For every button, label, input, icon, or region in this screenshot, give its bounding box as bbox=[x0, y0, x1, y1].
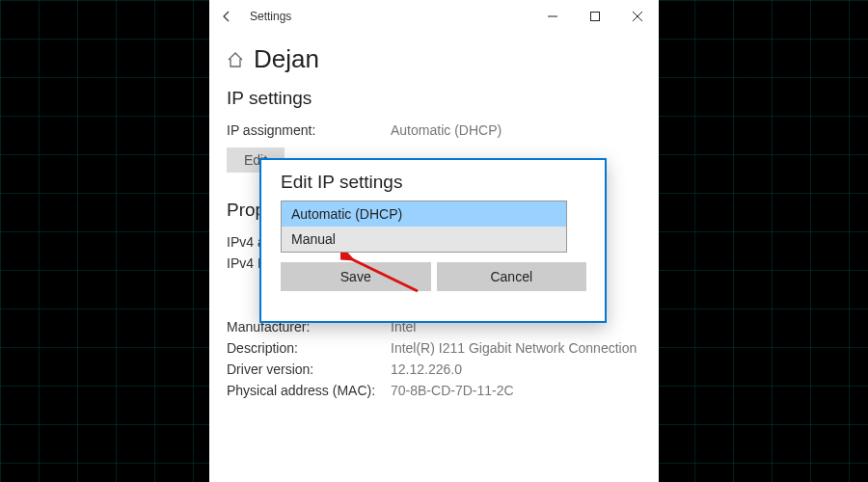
edit-ip-settings-dialog: Edit IP settings Automatic (DHCP) Manual… bbox=[259, 158, 607, 323]
ip-mode-dropdown[interactable]: Automatic (DHCP) Manual bbox=[281, 201, 567, 253]
ip-assignment-label: IP assignment: bbox=[227, 122, 391, 138]
window-title: Settings bbox=[250, 10, 291, 23]
property-label: Description: bbox=[227, 340, 391, 356]
page-title: Dejan bbox=[254, 44, 319, 74]
home-icon bbox=[227, 51, 244, 68]
page-header: Dejan bbox=[227, 44, 641, 74]
maximize-button[interactable] bbox=[574, 0, 616, 33]
dialog-button-row: Save Cancel bbox=[281, 262, 586, 291]
property-row: Driver version:12.12.226.0 bbox=[227, 362, 641, 377]
ip-assignment-row: IP assignment: Automatic (DHCP) bbox=[227, 122, 641, 138]
window-controls bbox=[531, 0, 659, 33]
property-value: Intel(R) I211 Gigabit Network Connection bbox=[391, 340, 641, 356]
titlebar-left: Settings bbox=[217, 7, 291, 26]
save-button[interactable]: Save bbox=[281, 262, 431, 291]
close-button[interactable] bbox=[616, 0, 659, 33]
dropdown-option-automatic[interactable]: Automatic (DHCP) bbox=[282, 201, 566, 227]
property-row: Description:Intel(R) I211 Gigabit Networ… bbox=[227, 340, 641, 356]
titlebar: Settings bbox=[209, 0, 659, 33]
property-value: 70-8B-CD-7D-11-2C bbox=[391, 383, 641, 398]
svg-rect-1 bbox=[591, 13, 600, 21]
dialog-title: Edit IP settings bbox=[281, 172, 585, 193]
property-label: Driver version: bbox=[227, 362, 391, 377]
minimize-button[interactable] bbox=[531, 0, 574, 33]
dropdown-option-manual[interactable]: Manual bbox=[282, 227, 566, 252]
property-label: Physical address (MAC): bbox=[227, 383, 391, 398]
back-button[interactable] bbox=[217, 7, 236, 26]
property-row: Physical address (MAC):70-8B-CD-7D-11-2C bbox=[227, 383, 641, 398]
cancel-button[interactable]: Cancel bbox=[437, 262, 587, 291]
property-value: 12.12.226.0 bbox=[391, 362, 641, 377]
ip-settings-heading: IP settings bbox=[227, 88, 641, 109]
ip-assignment-value: Automatic (DHCP) bbox=[391, 122, 641, 138]
